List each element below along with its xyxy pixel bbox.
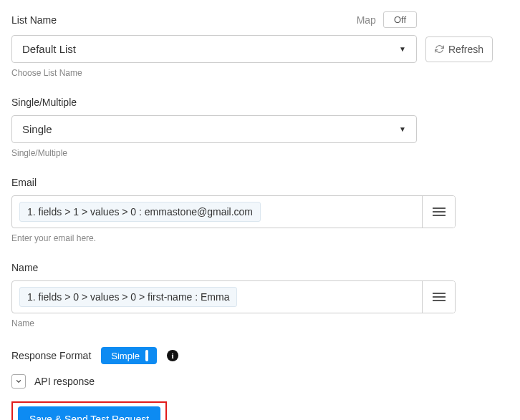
chevron-down-icon [15, 378, 22, 385]
name-helper: Name [11, 318, 456, 328]
single-multiple-field: Single/Multiple Single ▼ Single/Multiple [11, 97, 417, 158]
email-label: Email [11, 177, 37, 188]
list-name-field: List Name Map Off Default List ▼ Refresh… [11, 11, 509, 78]
name-label: Name [11, 262, 38, 273]
email-options-button[interactable] [422, 196, 455, 228]
caret-down-icon: ▼ [399, 125, 406, 133]
response-format-toggle[interactable]: Simple [101, 347, 157, 364]
api-response-expand[interactable] [11, 374, 26, 389]
refresh-icon [435, 44, 444, 54]
caret-down-icon: ▼ [399, 45, 406, 53]
email-field: Email 1. fields > 1 > values > 0 : emmas… [11, 177, 456, 243]
save-send-test-button[interactable]: Save & Send Test Request [18, 406, 160, 420]
save-button-highlight: Save & Send Test Request [11, 401, 167, 420]
list-name-select[interactable]: Default List ▼ [11, 35, 417, 63]
info-icon[interactable]: i [167, 350, 178, 361]
email-input[interactable]: 1. fields > 1 > values > 0 : emmastone@g… [12, 196, 422, 228]
map-label: Map [357, 14, 376, 26]
single-multiple-value: Single [22, 123, 52, 135]
api-response-label: API response [34, 376, 95, 387]
list-name-label: List Name [11, 14, 57, 26]
map-toggle-button[interactable]: Off [383, 11, 417, 28]
single-multiple-select[interactable]: Single ▼ [11, 115, 417, 143]
response-format-row: Response Format Simple i [11, 347, 509, 364]
name-options-button[interactable] [422, 281, 455, 313]
api-response-row: API response [11, 374, 509, 389]
name-input[interactable]: 1. fields > 0 > values > 0 > first-name … [12, 281, 422, 313]
response-format-value: Simple [111, 351, 140, 361]
name-field: Name 1. fields > 0 > values > 0 > first-… [11, 262, 456, 328]
name-mapping-chip[interactable]: 1. fields > 0 > values > 0 > first-name … [19, 287, 237, 307]
refresh-button[interactable]: Refresh [425, 36, 493, 62]
email-helper: Enter your email here. [11, 233, 456, 243]
single-multiple-helper: Single/Multiple [11, 148, 417, 158]
response-format-label: Response Format [11, 350, 91, 361]
refresh-label: Refresh [448, 44, 483, 55]
single-multiple-label: Single/Multiple [11, 97, 77, 108]
list-name-value: Default List [22, 43, 76, 55]
email-mapping-chip[interactable]: 1. fields > 1 > values > 0 : emmastone@g… [19, 202, 261, 222]
toggle-knob [145, 350, 148, 361]
hamburger-icon [433, 207, 446, 216]
hamburger-icon [433, 293, 446, 301]
list-name-helper: Choose List Name [11, 68, 509, 78]
